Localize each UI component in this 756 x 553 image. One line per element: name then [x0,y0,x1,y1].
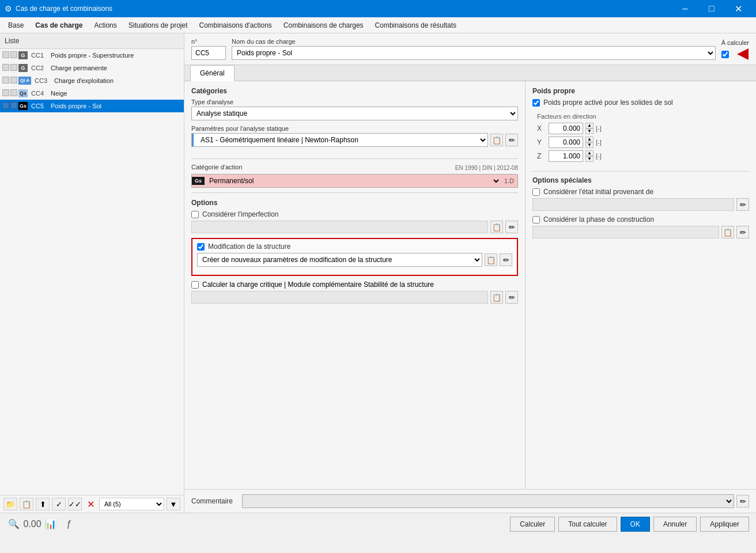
minimize-button[interactable]: – [672,0,698,17]
imperfection-label: Considérer l'imperfection [202,210,278,218]
commentaire-select[interactable] [243,495,734,507]
nom-select[interactable]: Poids propre - Sol [232,47,715,59]
bottom-number-btn[interactable]: 0.00 [25,517,39,531]
facteur-y-down[interactable]: ▼ [585,142,594,148]
modification-checkbox[interactable] [197,243,205,251]
imperfection-edit-btn[interactable]: ✏ [505,221,518,233]
modification-dropdown-row: Créer de nouveaux paramètres de modifica… [197,253,512,267]
ok-button[interactable]: OK [621,517,650,532]
facteur-x-row: X ▲ ▼ [-] [537,123,749,134]
params-select[interactable]: AS1 - Géométriquement linéaire | Newton-… [196,134,487,146]
n-input[interactable] [191,46,226,60]
cc1-badge-g: G [18,51,28,59]
cc4-dot1 [2,89,9,96]
main-layout: Liste G CC1 Poids propre - Superstructur… [0,33,756,513]
cc1-dot1 [2,51,9,58]
modification-select-wrap: Créer de nouveaux paramètres de modifica… [197,253,482,267]
charge-critique-copy-btn[interactable]: 📋 [490,291,503,304]
params-copy-btn[interactable]: 📋 [490,134,503,146]
etat-initial-row: Considérer l'état initial provenant de [532,188,749,196]
facteur-y-up[interactable]: ▲ [585,137,594,142]
sidebar-item-cc2[interactable]: G CC2 Charge permanente [0,62,184,74]
titlebar-title: Cas de charge et combinaisons [16,5,672,13]
menu-actions[interactable]: Actions [88,19,122,32]
calculer-button[interactable]: Calculer [510,517,555,532]
annuler-button[interactable]: Annuler [653,517,697,532]
cc5-label: Poids propre - Sol [51,103,101,109]
menu-combinaisons-actions[interactable]: Combinaisons d'actions [194,19,278,32]
categorie-select[interactable]: Permanent/sol [205,175,501,187]
tabs-bar: Général [184,65,756,81]
titlebar-controls: – □ ✕ [672,0,751,17]
facteur-z-up[interactable]: ▲ [585,150,594,156]
facteur-z-down[interactable]: ▼ [585,156,594,162]
bottom-table-btn[interactable]: 📊 [44,517,58,531]
sidebar-copy-button[interactable]: 📋 [20,498,33,510]
cc5-badges: Gs [2,102,29,110]
cc2-dot1 [2,64,9,71]
menu-base[interactable]: Base [2,19,29,32]
menu-combinaisons-charges[interactable]: Combinaisons de charges [278,19,369,32]
sidebar-check2-button[interactable]: ✓✓ [68,498,82,510]
sidebar-item-cc1[interactable]: G CC1 Poids propre - Superstructure [0,49,184,62]
sidebar-item-cc5[interactable]: Gs CC5 Poids propre - Sol [0,100,184,112]
pp-activated-checkbox[interactable] [532,99,540,107]
sidebar-check-button[interactable]: ✓ [52,498,66,510]
etat-initial-input[interactable] [532,198,734,211]
phase-construction-input[interactable] [532,226,719,238]
imperfection-copy-btn[interactable]: 📋 [490,221,503,233]
pp-activated-row: Poids propre activé pour les solides de … [532,99,749,107]
charge-critique-input[interactable] [191,291,488,304]
modification-label: Modification de la structure [208,243,290,251]
sidebar-item-cc4[interactable]: Qs CC4 Neige [0,87,184,100]
facteur-z-label: Z [537,152,546,160]
cc1-dot2 [10,51,17,58]
bottom-formula-btn[interactable]: ƒ [62,517,76,531]
facteur-y-label: Y [537,138,546,146]
bottom-search-btn[interactable]: 🔍 [7,517,21,531]
imperfection-input[interactable] [191,221,488,233]
sidebar-filter-arrow[interactable]: ▼ [167,498,180,510]
cc4-label: Neige [51,90,67,97]
appliquer-button[interactable]: Appliquer [700,517,749,532]
etat-initial-edit-btn[interactable]: ✏ [736,198,749,211]
menu-combinaisons-resultats[interactable]: Combinaisons de résultats [369,19,462,32]
menu-cas-de-charge[interactable]: Cas de charge [29,19,88,32]
sidebar-item-cc3[interactable]: QI A CC3 Charge d'exploitation [0,74,184,87]
menu-situations[interactable]: Situations de projet [123,19,194,32]
imperfection-checkbox[interactable] [191,211,199,218]
facteur-x-down[interactable]: ▼ [585,128,594,134]
phase-construction-checkbox[interactable] [532,216,540,224]
facteur-x-input[interactable] [549,123,583,134]
charge-critique-checkbox[interactable] [191,281,199,289]
modification-select[interactable]: Créer de nouveaux paramètres de modifica… [198,253,482,266]
charge-critique-row: Calculer la charge critique | Module com… [191,281,518,289]
modification-copy-btn[interactable]: 📋 [485,253,497,266]
n-field-group: n° [191,38,226,60]
facteur-x-up[interactable]: ▲ [585,123,594,128]
sidebar-export-button[interactable]: ⬆ [36,498,50,510]
modification-edit-btn[interactable]: ✏ [500,253,512,266]
cc3-dot1 [2,77,9,84]
nom-field-group: Nom du cas de charge Poids propre - Sol [232,38,716,60]
type-analyse-select[interactable]: Analyse statique [192,107,517,120]
phase-construction-edit-btn[interactable]: ✏ [736,226,749,238]
sidebar-add-button[interactable]: 📁 [3,498,17,510]
sidebar: Liste G CC1 Poids propre - Superstructur… [0,33,184,513]
maximize-button[interactable]: □ [698,0,725,17]
facteur-y-input[interactable] [549,137,583,148]
a-calculer-checkbox[interactable] [721,51,729,58]
close-button[interactable]: ✕ [725,0,751,17]
sidebar-delete-button[interactable]: ✕ [84,498,97,510]
cc3-code: CC3 [35,77,52,84]
content-area: n° Nom du cas de charge Poids propre - S… [184,33,756,513]
phase-construction-copy-btn[interactable]: 📋 [721,226,734,238]
params-edit-btn[interactable]: ✏ [505,134,518,146]
tout-calculer-button[interactable]: Tout calculer [558,517,617,532]
charge-critique-edit-btn[interactable]: ✏ [505,291,518,304]
sidebar-filter-select[interactable]: All (5) [99,498,164,510]
commentaire-edit-btn[interactable]: ✏ [736,495,749,507]
etat-initial-checkbox[interactable] [532,188,540,196]
tab-general[interactable]: Général [190,65,235,81]
facteur-z-input[interactable] [549,150,583,162]
